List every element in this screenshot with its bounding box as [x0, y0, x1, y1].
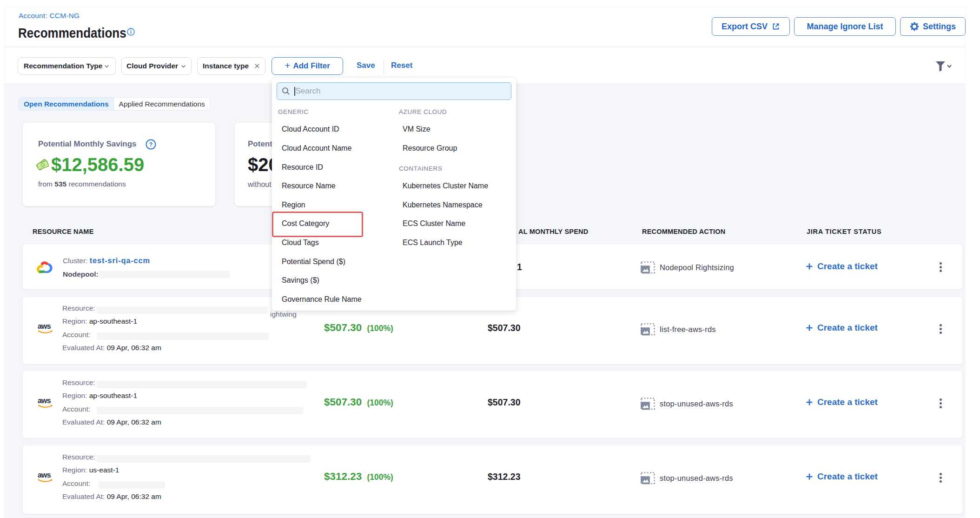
- svg-text:?: ?: [149, 141, 153, 148]
- svg-text:aws: aws: [38, 322, 51, 330]
- svg-text:aws: aws: [38, 471, 51, 479]
- svg-text:aws: aws: [38, 397, 51, 405]
